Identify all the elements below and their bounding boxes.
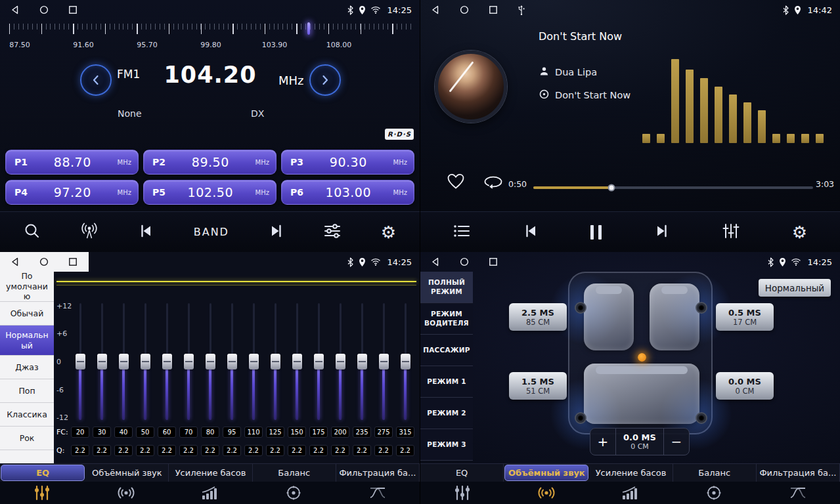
surround-sound-icon[interactable] <box>504 482 588 504</box>
nav-recents-icon[interactable] <box>489 257 498 266</box>
preset-button-p2[interactable]: P289.50MHz <box>143 150 276 175</box>
tune-settings-icon[interactable] <box>324 223 341 242</box>
eq-preset-pop[interactable]: Поп <box>0 379 54 403</box>
eq-band-slider[interactable] <box>400 303 410 420</box>
mode-passenger[interactable]: ПАССАЖИР <box>420 335 473 366</box>
settings-gear-icon[interactable]: ⚙ <box>381 224 396 241</box>
search-icon[interactable] <box>24 222 41 242</box>
filter-icon[interactable] <box>336 482 420 504</box>
eq-band-slider[interactable] <box>248 303 259 420</box>
tune-down-button[interactable] <box>80 64 112 96</box>
tab-eq[interactable]: EQ <box>1 465 85 481</box>
tab-surround[interactable]: Объёмный звук <box>85 464 169 482</box>
mode-2[interactable]: РЕЖИМ 2 <box>420 398 473 429</box>
tab-surround[interactable]: Объёмный звук <box>504 465 588 481</box>
nav-home-icon[interactable] <box>460 257 469 266</box>
eq-slider-knob[interactable] <box>97 354 107 369</box>
band-button[interactable]: BAND <box>194 226 229 238</box>
nav-back-icon[interactable] <box>11 257 20 266</box>
nav-back-icon[interactable] <box>11 5 20 14</box>
prev-track-icon[interactable] <box>138 223 154 242</box>
eq-slider-knob[interactable] <box>336 354 345 369</box>
playlist-icon[interactable] <box>453 224 470 241</box>
eq-band-slider[interactable] <box>205 303 215 420</box>
settings-gear-icon[interactable]: ⚙ <box>792 224 807 241</box>
nav-back-icon[interactable] <box>431 257 440 266</box>
eq-preset-jazz[interactable]: Джаз <box>0 356 54 379</box>
broadcast-scan-icon[interactable] <box>80 222 99 242</box>
eq-preset-rock[interactable]: Рок <box>0 427 54 450</box>
balance-icon[interactable] <box>252 482 336 504</box>
surround-sound-icon[interactable] <box>84 482 168 504</box>
eq-slider-knob[interactable] <box>401 354 410 369</box>
tab-balance[interactable]: Баланс <box>673 464 757 482</box>
eq-band-slider[interactable] <box>292 303 302 420</box>
eq-band-slider[interactable] <box>97 303 107 420</box>
eq-band-slider[interactable] <box>227 303 237 420</box>
next-track-icon[interactable] <box>654 223 670 242</box>
tab-eq[interactable]: EQ <box>420 464 504 482</box>
mode-1[interactable]: РЕЖИМ 1 <box>420 366 473 398</box>
eq-preset-default[interactable]: По умолчанию <box>0 272 54 302</box>
tab-balance[interactable]: Баланс <box>253 464 336 482</box>
progress-knob[interactable] <box>608 184 615 192</box>
eq-band-slider[interactable] <box>378 303 389 420</box>
filter-icon[interactable] <box>756 482 840 504</box>
album-art[interactable] <box>435 51 507 123</box>
eq-band-slider[interactable] <box>270 303 280 420</box>
nav-home-icon[interactable] <box>39 5 49 14</box>
tab-filter[interactable]: Фильтрация ба... <box>757 464 840 482</box>
eq-band-slider[interactable] <box>75 303 85 420</box>
listening-position-dot[interactable] <box>638 353 646 362</box>
repeat-icon[interactable] <box>483 175 503 193</box>
tab-filter[interactable]: Фильтрация ба... <box>336 464 420 482</box>
eq-preset-custom[interactable]: Обычай <box>0 302 54 326</box>
nav-recents-icon[interactable] <box>68 5 77 14</box>
eq-band-slider[interactable] <box>357 303 367 420</box>
nav-home-icon[interactable] <box>460 5 469 14</box>
pause-icon[interactable] <box>590 225 602 240</box>
balance-icon[interactable] <box>672 482 756 504</box>
eq-slider-knob[interactable] <box>249 354 259 369</box>
eq-slider-knob[interactable] <box>162 354 172 369</box>
eq-slider-knob[interactable] <box>206 354 215 369</box>
mode-driver[interactable]: РЕЖИМ ВОДИТЕЛЯ <box>420 303 473 335</box>
eq-slider-knob[interactable] <box>379 354 389 369</box>
bass-boost-icon[interactable] <box>168 482 252 504</box>
eq-slider-knob[interactable] <box>271 354 280 369</box>
eq-slider-knob[interactable] <box>357 354 367 369</box>
tab-bass-boost[interactable]: Усиление басов <box>169 464 252 482</box>
eq-slider-knob[interactable] <box>227 354 237 369</box>
mixer-faders-icon[interactable] <box>722 223 740 242</box>
tab-bass-boost[interactable]: Усиление басов <box>589 464 673 482</box>
eq-band-slider[interactable] <box>118 303 129 420</box>
preset-button-p5[interactable]: P5102.50MHz <box>143 180 276 205</box>
nav-recents-icon[interactable] <box>68 257 77 266</box>
tune-up-button[interactable] <box>309 64 341 96</box>
eq-slider-knob[interactable] <box>184 354 194 369</box>
delay-decrease-button[interactable]: − <box>664 429 689 455</box>
eq-preset-normal[interactable]: Нормальный <box>0 326 54 356</box>
nav-recents-icon[interactable] <box>489 5 498 14</box>
delay-front-right-button[interactable]: 0.5 MS 17 CM <box>716 303 774 331</box>
eq-slider-knob[interactable] <box>119 354 129 369</box>
prev-track-icon[interactable] <box>523 223 539 242</box>
preset-button-p4[interactable]: P497.20MHz <box>5 180 139 205</box>
eq-band-slider[interactable] <box>313 303 324 420</box>
profile-button[interactable]: Нормальный <box>759 279 831 297</box>
eq-sliders-icon[interactable] <box>420 482 504 504</box>
preset-button-p6[interactable]: P6103.00MHz <box>281 180 414 205</box>
favorite-heart-icon[interactable] <box>447 173 465 192</box>
eq-preset-classic[interactable]: Классика <box>0 403 54 427</box>
delay-rear-right-button[interactable]: 0.0 MS 0 CM <box>716 372 774 400</box>
nav-back-icon[interactable] <box>431 5 440 14</box>
nav-home-icon[interactable] <box>39 257 49 266</box>
eq-slider-knob[interactable] <box>141 354 150 369</box>
delay-front-left-button[interactable]: 2.5 MS 85 CM <box>509 303 567 331</box>
mode-3[interactable]: РЕЖИМ 3 <box>420 429 473 461</box>
progress-bar[interactable] <box>533 186 813 189</box>
preset-button-p3[interactable]: P390.30MHz <box>281 150 414 175</box>
mode-full[interactable]: ПОЛНЫЙ РЕЖИМ <box>420 272 473 303</box>
delay-increase-button[interactable]: + <box>590 429 615 455</box>
eq-band-slider[interactable] <box>335 303 345 420</box>
